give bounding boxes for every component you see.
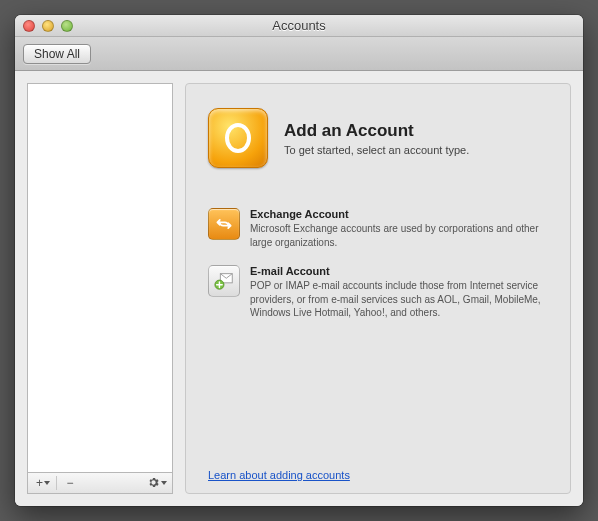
option-text: Exchange Account Microsoft Exchange acco… — [250, 208, 548, 249]
titlebar: Accounts — [15, 15, 583, 37]
chevron-down-icon — [44, 481, 50, 485]
separator — [56, 476, 57, 490]
show-all-button[interactable]: Show All — [23, 44, 91, 64]
chevron-down-icon — [161, 481, 167, 485]
add-account-button[interactable]: + — [32, 474, 54, 492]
main-panel: Add an Account To get started, select an… — [185, 83, 571, 494]
accounts-list[interactable] — [27, 83, 173, 472]
gear-icon — [147, 476, 160, 491]
exchange-account-option[interactable]: Exchange Account Microsoft Exchange acco… — [208, 208, 548, 249]
option-title: Exchange Account — [250, 208, 548, 220]
hero-text: Add an Account To get started, select an… — [284, 121, 469, 156]
page-subtitle: To get started, select an account type. — [284, 144, 469, 156]
option-title: E-mail Account — [250, 265, 548, 277]
option-desc: POP or IMAP e-mail accounts include thos… — [250, 279, 548, 320]
sidebar-footer: + − — [27, 472, 173, 494]
option-text: E-mail Account POP or IMAP e-mail accoun… — [250, 265, 548, 320]
exchange-icon — [208, 208, 240, 240]
email-icon — [208, 265, 240, 297]
minus-icon: − — [66, 477, 73, 489]
option-desc: Microsoft Exchange accounts are used by … — [250, 222, 548, 249]
close-button[interactable] — [23, 20, 35, 32]
plus-icon: + — [36, 477, 43, 489]
minimize-button[interactable] — [42, 20, 54, 32]
remove-account-button[interactable]: − — [59, 474, 81, 492]
hero: Add an Account To get started, select an… — [208, 108, 548, 168]
outlook-icon — [208, 108, 268, 168]
traffic-lights — [23, 20, 73, 32]
settings-button[interactable] — [146, 474, 168, 492]
page-title: Add an Account — [284, 121, 469, 141]
toolbar: Show All — [15, 37, 583, 71]
svg-point-0 — [227, 125, 249, 151]
window-body: + − — [15, 71, 583, 506]
email-account-option[interactable]: E-mail Account POP or IMAP e-mail accoun… — [208, 265, 548, 320]
zoom-button[interactable] — [61, 20, 73, 32]
sidebar: + − — [27, 83, 173, 494]
account-type-options: Exchange Account Microsoft Exchange acco… — [208, 208, 548, 320]
window-title: Accounts — [15, 18, 583, 33]
learn-about-adding-accounts-link[interactable]: Learn about adding accounts — [208, 449, 548, 481]
accounts-window: Accounts Show All + − — [15, 15, 583, 506]
